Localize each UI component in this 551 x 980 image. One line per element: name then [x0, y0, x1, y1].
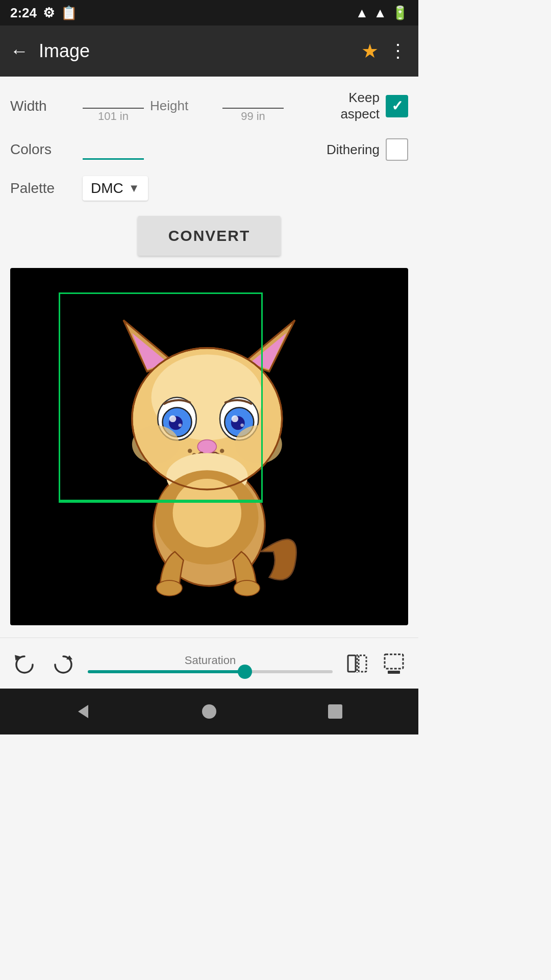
- colors-row: Colors 256 Dithering: [10, 138, 408, 161]
- convert-btn-row: CONVERT: [10, 216, 408, 256]
- rotate-right-button[interactable]: [49, 649, 78, 678]
- keep-aspect-label: Keepaspect: [340, 90, 380, 121]
- dithering-label: Dithering: [327, 142, 380, 158]
- svg-point-40: [202, 704, 216, 719]
- svg-point-31: [234, 580, 260, 596]
- status-bar: 2:24 ⚙ 📋 ▲ ▲ 🔋: [0, 0, 418, 26]
- compare-icon: [346, 652, 368, 675]
- compare-button[interactable]: [343, 649, 371, 678]
- selection-button[interactable]: [380, 649, 408, 678]
- rotate-left-button[interactable]: [10, 649, 39, 678]
- settings-icon: ⚙: [43, 5, 55, 21]
- bottom-toolbar: Saturation: [0, 638, 418, 689]
- app-bar-title: Image: [39, 40, 351, 62]
- width-input[interactable]: 1000: [83, 89, 144, 109]
- colors-label: Colors: [10, 141, 77, 158]
- dithering-checkbox[interactable]: [386, 138, 408, 161]
- svg-rect-34: [348, 655, 356, 672]
- time: 2:24: [10, 5, 37, 21]
- nav-recent-button[interactable]: [322, 699, 348, 724]
- battery-icon: 🔋: [392, 5, 408, 21]
- saturation-group: Saturation: [88, 654, 333, 673]
- svg-rect-37: [385, 654, 403, 669]
- svg-point-25: [132, 425, 179, 464]
- nav-back-icon: [74, 702, 92, 721]
- nav-back-button[interactable]: [70, 699, 96, 724]
- colors-input[interactable]: 256: [83, 139, 144, 160]
- svg-rect-38: [388, 671, 400, 674]
- svg-point-26: [235, 425, 282, 464]
- nav-home-button[interactable]: [196, 699, 222, 724]
- svg-point-30: [157, 580, 182, 596]
- palette-row: Palette DMC ▼: [10, 176, 408, 201]
- svg-rect-35: [359, 655, 366, 672]
- width-sub: 101 in: [98, 110, 129, 123]
- image-preview: [10, 268, 408, 625]
- rotate-right-icon: [52, 652, 74, 675]
- back-button[interactable]: ←: [10, 40, 29, 62]
- star-button[interactable]: ★: [361, 40, 379, 62]
- svg-rect-41: [328, 704, 342, 719]
- svg-point-12: [179, 424, 182, 427]
- selection-icon: [383, 652, 405, 675]
- svg-point-11: [169, 415, 176, 422]
- height-label: Height: [150, 98, 216, 114]
- width-label: Width: [10, 98, 77, 114]
- nav-home-icon: [200, 702, 218, 721]
- rotate-left-icon: [13, 652, 36, 675]
- svg-point-17: [240, 424, 244, 427]
- cat-container: [30, 286, 388, 607]
- chevron-down-icon: ▼: [129, 182, 140, 195]
- nav-bar: [0, 689, 418, 734]
- convert-button[interactable]: CONVERT: [138, 216, 281, 256]
- height-sub: 99 in: [241, 110, 265, 123]
- svg-point-18: [197, 440, 216, 454]
- cat-image: [30, 286, 388, 607]
- svg-point-19: [188, 449, 192, 453]
- saturation-slider[interactable]: [88, 670, 333, 673]
- app-bar: ← Image ★ ⋮: [0, 26, 418, 77]
- main-content: Width 1000 101 in Height 986 99 in Keepa…: [0, 77, 418, 638]
- palette-dropdown[interactable]: DMC ▼: [83, 176, 148, 201]
- signal-icon: ▲: [373, 5, 387, 21]
- sim-icon: 📋: [61, 5, 77, 21]
- wifi-icon: ▲: [356, 5, 369, 21]
- svg-marker-39: [78, 705, 88, 718]
- dimension-row: Width 1000 101 in Height 986 99 in Keepa…: [10, 89, 408, 123]
- keep-aspect-checkbox[interactable]: [386, 95, 408, 117]
- svg-point-16: [232, 415, 238, 422]
- more-button[interactable]: ⋮: [389, 40, 408, 62]
- keep-aspect-group: Keepaspect: [340, 90, 408, 121]
- nav-recent-icon: [326, 702, 344, 721]
- palette-value: DMC: [91, 180, 123, 197]
- palette-label: Palette: [10, 180, 77, 197]
- bottom-right-buttons: [343, 649, 408, 678]
- svg-point-22: [220, 449, 224, 453]
- height-input[interactable]: 986: [222, 89, 284, 109]
- dithering-group: Dithering: [327, 138, 408, 161]
